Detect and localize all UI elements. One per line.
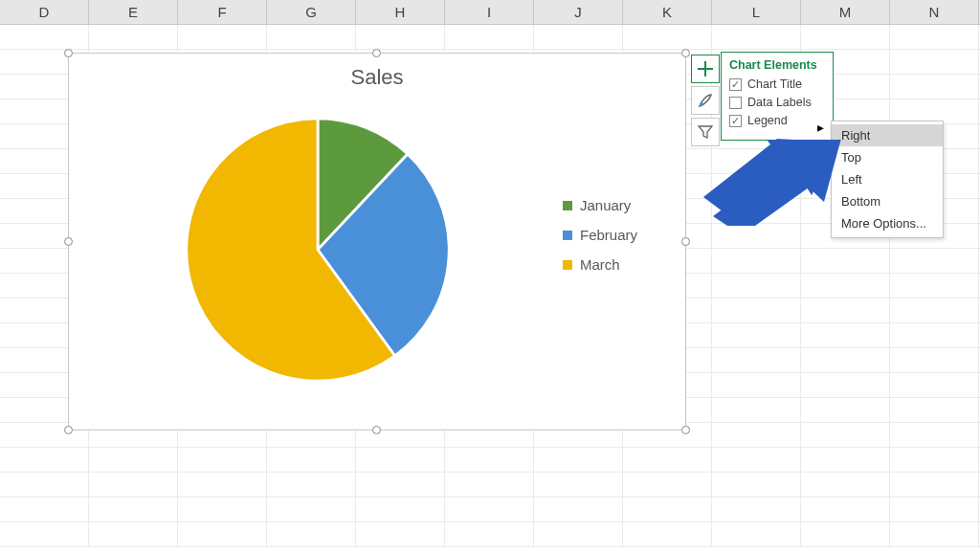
legend-label: January (580, 197, 631, 213)
col-head[interactable]: F (178, 0, 267, 24)
chart-elements-button[interactable] (691, 55, 720, 83)
chart-frame[interactable]: Sales January February March (68, 53, 686, 430)
option-label: Chart Title (747, 77, 802, 91)
resize-handle[interactable] (372, 426, 381, 434)
menu-item-left[interactable]: Left (832, 168, 943, 190)
resize-handle[interactable] (64, 49, 73, 57)
plus-icon (697, 60, 714, 77)
chart-legend[interactable]: January February March (563, 197, 637, 286)
option-data-labels[interactable]: Data Labels (729, 96, 825, 109)
chart-filters-button[interactable] (691, 118, 720, 146)
checkbox-icon (729, 97, 742, 109)
column-headers: D E F G H I J K L M N (0, 0, 980, 25)
panel-title: Chart Elements (729, 58, 825, 72)
col-head[interactable]: D (0, 0, 89, 24)
checkbox-icon: ✓ (729, 78, 742, 91)
funnel-icon (698, 124, 713, 140)
resize-handle[interactable] (681, 237, 690, 246)
legend-label: February (580, 227, 637, 243)
legend-label: March (580, 256, 620, 273)
chart-styles-button[interactable] (691, 86, 720, 115)
menu-item-top[interactable]: Top (832, 146, 943, 168)
menu-item-right[interactable]: Right (832, 124, 943, 146)
option-label: Legend (747, 114, 788, 127)
resize-handle[interactable] (681, 426, 690, 434)
menu-item-more-options[interactable]: More Options... (832, 212, 943, 234)
legend-swatch (563, 201, 572, 210)
col-head[interactable]: G (267, 0, 356, 24)
chart-side-tools (691, 55, 722, 149)
resize-handle[interactable] (681, 49, 690, 57)
col-head[interactable]: H (356, 0, 445, 24)
option-label: Data Labels (747, 96, 812, 109)
option-chart-title[interactable]: ✓ Chart Title (729, 77, 825, 91)
option-legend[interactable]: ✓ Legend (729, 114, 825, 127)
legend-swatch (563, 260, 572, 270)
legend-position-menu[interactable]: Right Top Left Bottom More Options... (831, 121, 944, 238)
col-head[interactable]: L (712, 0, 801, 24)
brush-icon (697, 92, 714, 109)
spreadsheet-grid[interactable]: for (let r=0;r<21;r++){ document.write('… (0, 25, 980, 551)
pie-chart[interactable] (184, 116, 452, 384)
chart-title[interactable]: Sales (69, 65, 685, 90)
resize-handle[interactable] (64, 237, 73, 246)
col-head[interactable]: J (534, 0, 623, 24)
col-head[interactable]: I (445, 0, 534, 24)
legend-item[interactable]: January (563, 197, 637, 213)
checkbox-icon: ✓ (729, 115, 742, 127)
resize-handle[interactable] (64, 426, 73, 434)
legend-item[interactable]: February (563, 227, 637, 243)
cursor-icon: ▸ (817, 120, 824, 135)
resize-handle[interactable] (372, 49, 381, 57)
col-head[interactable]: M (801, 0, 890, 24)
col-head[interactable]: N (890, 0, 979, 24)
svg-point-0 (700, 102, 703, 106)
menu-item-bottom[interactable]: Bottom (832, 190, 943, 212)
legend-item[interactable]: March (563, 256, 637, 273)
col-head[interactable]: K (623, 0, 712, 24)
col-head[interactable]: E (89, 0, 178, 24)
legend-swatch (563, 231, 572, 240)
